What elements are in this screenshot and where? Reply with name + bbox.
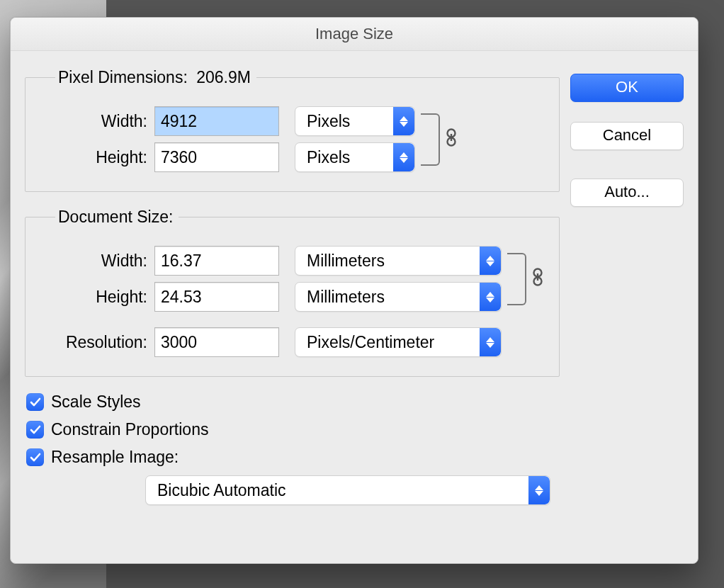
svg-marker-14 <box>486 337 494 342</box>
svg-marker-3 <box>400 158 408 163</box>
ds-height-label: Height: <box>34 288 154 307</box>
ds-width-unit-select[interactable]: Millimeters <box>295 246 502 276</box>
auto-button[interactable]: Auto... <box>570 179 684 207</box>
ds-height-unit-select[interactable]: Millimeters <box>295 282 502 312</box>
ds-resolution-label: Resolution: <box>34 333 154 352</box>
ds-width-label: Width: <box>34 251 154 271</box>
ds-resolution-unit-text: Pixels/Centimeter <box>295 333 480 352</box>
pd-height-label: Height: <box>34 148 154 167</box>
pd-link-bracket <box>421 113 440 166</box>
svg-marker-15 <box>486 343 494 348</box>
ds-resolution-input[interactable] <box>154 327 279 357</box>
constrain-proportions-checkbox[interactable] <box>26 421 44 439</box>
ds-width-input[interactable] <box>154 246 279 276</box>
svg-marker-8 <box>486 261 494 266</box>
pd-height-unit-select[interactable]: Pixels <box>295 142 415 172</box>
pixel-dimensions-group: Pixel Dimensions: 206.9M Width: Pixels <box>25 68 560 192</box>
cancel-button[interactable]: Cancel <box>570 122 684 150</box>
svg-marker-7 <box>486 256 494 261</box>
resample-image-checkbox[interactable] <box>26 448 44 466</box>
ds-resolution-unit-select[interactable]: Pixels/Centimeter <box>295 327 502 357</box>
resample-image-label: Resample Image: <box>51 448 179 467</box>
constrain-proportions-label: Constrain Proportions <box>51 420 208 439</box>
pixel-dimensions-size: 206.9M <box>196 68 251 86</box>
document-size-legend: Document Size: <box>55 208 179 227</box>
resample-method-text: Bicubic Automatic <box>146 481 528 500</box>
svg-marker-9 <box>486 292 494 297</box>
resample-method-select[interactable]: Bicubic Automatic <box>145 475 550 505</box>
stepper-icon <box>480 283 501 311</box>
stepper-icon <box>528 476 550 504</box>
scale-styles-label: Scale Styles <box>51 392 141 412</box>
svg-marker-10 <box>486 298 494 303</box>
pixel-dimensions-label: Pixel Dimensions: <box>58 68 188 86</box>
svg-marker-17 <box>535 491 543 496</box>
stepper-icon <box>393 143 414 171</box>
image-size-dialog: Image Size Pixel Dimensions: 206.9M Widt… <box>10 17 698 564</box>
link-icon <box>531 268 544 290</box>
pd-height-unit-text: Pixels <box>295 148 393 167</box>
svg-marker-2 <box>400 152 408 157</box>
dialog-title: Image Size <box>11 18 698 51</box>
ds-link-bracket <box>507 253 526 305</box>
svg-marker-1 <box>400 122 408 127</box>
stepper-icon <box>480 247 501 275</box>
svg-marker-0 <box>400 116 408 121</box>
pixel-dimensions-legend: Pixel Dimensions: 206.9M <box>55 68 256 87</box>
stepper-icon <box>393 107 414 135</box>
link-icon <box>445 128 458 151</box>
ds-height-unit-text: Millimeters <box>295 288 480 307</box>
ds-height-input[interactable] <box>154 282 279 312</box>
pd-width-unit-select[interactable]: Pixels <box>295 106 415 136</box>
pd-width-input[interactable] <box>154 106 279 136</box>
pd-height-input[interactable] <box>154 142 279 172</box>
ds-width-unit-text: Millimeters <box>295 251 480 271</box>
pd-width-unit-text: Pixels <box>295 112 393 131</box>
ok-button[interactable]: OK <box>570 74 684 102</box>
pd-width-label: Width: <box>34 112 154 131</box>
stepper-icon <box>480 328 501 356</box>
document-size-group: Document Size: Width: Millimeters <box>25 208 560 377</box>
svg-marker-16 <box>535 485 543 490</box>
scale-styles-checkbox[interactable] <box>26 393 44 411</box>
